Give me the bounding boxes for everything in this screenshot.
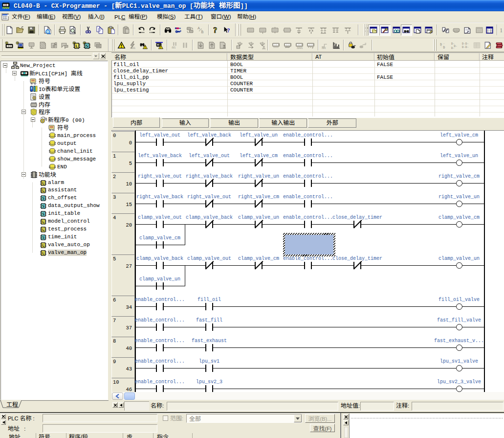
svg-text:0.02: 0.02	[487, 31, 492, 33]
svg-text:D-D-: D-D-	[462, 42, 469, 45]
svg-text:L: L	[42, 220, 44, 224]
svg-text:S: S	[42, 212, 44, 216]
svg-text:S: S	[42, 196, 44, 201]
svg-text:D-D-: D-D-	[462, 45, 469, 48]
svg-text:?: ?	[213, 26, 217, 34]
svg-text:0101: 0101	[130, 46, 135, 49]
svg-text:L: L	[75, 44, 78, 48]
svg-text:L: L	[42, 251, 44, 255]
svg-text:L: L	[42, 181, 44, 185]
svg-text:L: L	[42, 243, 44, 248]
svg-text:S: S	[42, 204, 44, 208]
svg-text:S: S	[42, 235, 44, 240]
svg-text:D: D	[440, 42, 442, 46]
svg-text:?: ?	[227, 27, 230, 33]
svg-text:S: S	[86, 44, 88, 48]
svg-text:A: A	[197, 26, 200, 30]
svg-text:1: 1	[500, 27, 503, 33]
svg-text:L: L	[42, 228, 44, 232]
svg-text:/0/0: /0/0	[322, 47, 326, 49]
svg-text:L: L	[42, 188, 44, 193]
svg-text:/0/0/1: /0/0/1	[297, 46, 303, 49]
svg-text:D: D	[443, 45, 445, 49]
svg-text:D-: D-	[451, 46, 455, 49]
svg-text:/0/1: /0/1	[172, 46, 175, 49]
